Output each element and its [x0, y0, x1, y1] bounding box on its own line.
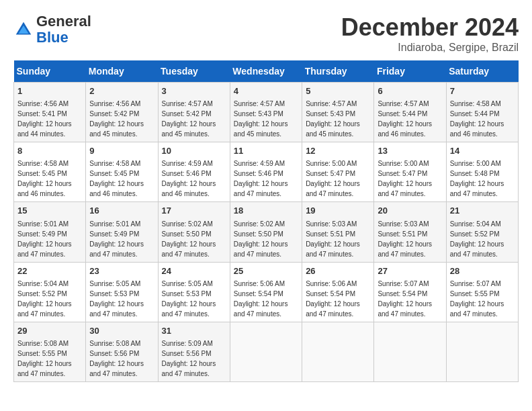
calendar-cell: 26Sunrise: 5:06 AM Sunset: 5:54 PM Dayli…	[302, 262, 374, 322]
header-thursday: Thursday	[302, 60, 374, 83]
calendar-cell: 7Sunrise: 4:58 AM Sunset: 5:44 PM Daylig…	[446, 83, 518, 142]
day-info: Sunrise: 5:04 AM Sunset: 5:52 PM Dayligh…	[450, 219, 515, 259]
day-info: Sunrise: 5:07 AM Sunset: 5:54 PM Dayligh…	[378, 279, 442, 319]
day-info: Sunrise: 5:06 AM Sunset: 5:54 PM Dayligh…	[306, 279, 370, 319]
day-number: 3	[162, 85, 226, 97]
calendar-cell: 20Sunrise: 5:03 AM Sunset: 5:51 PM Dayli…	[374, 202, 446, 262]
day-info: Sunrise: 5:09 AM Sunset: 5:56 PM Dayligh…	[162, 338, 226, 379]
location: Indiaroba, Sergipe, Brazil	[341, 42, 519, 54]
day-number: 1	[17, 85, 82, 97]
day-info: Sunrise: 5:00 AM Sunset: 5:48 PM Dayligh…	[450, 158, 515, 199]
header-sunday: Sunday	[14, 60, 86, 83]
day-info: Sunrise: 4:58 AM Sunset: 5:45 PM Dayligh…	[89, 158, 154, 199]
calendar-cell: 5Sunrise: 4:57 AM Sunset: 5:43 PM Daylig…	[302, 83, 374, 142]
calendar-cell: 8Sunrise: 4:58 AM Sunset: 5:45 PM Daylig…	[14, 142, 86, 202]
logo-icon	[13, 19, 34, 40]
calendar-week-4: 22Sunrise: 5:04 AM Sunset: 5:52 PM Dayli…	[14, 262, 519, 322]
day-info: Sunrise: 5:03 AM Sunset: 5:51 PM Dayligh…	[378, 219, 442, 259]
calendar-cell: 1Sunrise: 4:56 AM Sunset: 5:41 PM Daylig…	[14, 83, 86, 142]
day-info: Sunrise: 4:56 AM Sunset: 5:41 PM Dayligh…	[17, 99, 82, 139]
day-info: Sunrise: 5:02 AM Sunset: 5:50 PM Dayligh…	[234, 219, 298, 259]
day-number: 26	[306, 265, 370, 277]
day-number: 25	[234, 265, 298, 277]
day-number: 13	[378, 145, 442, 157]
calendar-cell: 13Sunrise: 5:00 AM Sunset: 5:47 PM Dayli…	[374, 142, 446, 202]
day-info: Sunrise: 5:08 AM Sunset: 5:55 PM Dayligh…	[17, 338, 82, 379]
calendar-week-1: 1Sunrise: 4:56 AM Sunset: 5:41 PM Daylig…	[14, 83, 519, 142]
calendar-cell: 28Sunrise: 5:07 AM Sunset: 5:55 PM Dayli…	[446, 262, 518, 322]
day-info: Sunrise: 4:57 AM Sunset: 5:44 PM Dayligh…	[378, 99, 442, 139]
day-number: 4	[234, 85, 298, 97]
day-info: Sunrise: 5:05 AM Sunset: 5:53 PM Dayligh…	[162, 279, 226, 319]
day-number: 24	[162, 265, 226, 277]
calendar-cell: 18Sunrise: 5:02 AM Sunset: 5:50 PM Dayli…	[230, 202, 302, 262]
day-info: Sunrise: 4:58 AM Sunset: 5:44 PM Dayligh…	[450, 99, 515, 139]
day-number: 7	[450, 85, 515, 97]
day-number: 16	[89, 205, 154, 217]
calendar-cell: 30Sunrise: 5:08 AM Sunset: 5:56 PM Dayli…	[86, 322, 158, 381]
calendar-week-2: 8Sunrise: 4:58 AM Sunset: 5:45 PM Daylig…	[14, 142, 519, 202]
day-info: Sunrise: 5:01 AM Sunset: 5:49 PM Dayligh…	[17, 219, 82, 259]
header-wednesday: Wednesday	[230, 60, 302, 83]
calendar-table: SundayMondayTuesdayWednesdayThursdayFrid…	[13, 60, 519, 382]
calendar-cell: 24Sunrise: 5:05 AM Sunset: 5:53 PM Dayli…	[158, 262, 230, 322]
day-number: 5	[306, 85, 370, 97]
day-info: Sunrise: 5:00 AM Sunset: 5:47 PM Dayligh…	[306, 158, 370, 199]
day-info: Sunrise: 4:57 AM Sunset: 5:43 PM Dayligh…	[234, 99, 298, 139]
calendar-week-3: 15Sunrise: 5:01 AM Sunset: 5:49 PM Dayli…	[14, 202, 519, 262]
header-saturday: Saturday	[446, 60, 518, 83]
day-number: 15	[17, 205, 82, 217]
day-number: 17	[162, 205, 226, 217]
day-info: Sunrise: 4:59 AM Sunset: 5:46 PM Dayligh…	[162, 158, 226, 199]
page-header: General Blue December 2024 Indiaroba, Se…	[13, 13, 519, 54]
day-number: 29	[17, 325, 82, 337]
calendar-cell: 22Sunrise: 5:04 AM Sunset: 5:52 PM Dayli…	[14, 262, 86, 322]
calendar-cell: 11Sunrise: 4:59 AM Sunset: 5:46 PM Dayli…	[230, 142, 302, 202]
logo-blue: Blue	[36, 29, 69, 46]
calendar-week-5: 29Sunrise: 5:08 AM Sunset: 5:55 PM Dayli…	[14, 322, 519, 381]
logo-general: General	[36, 13, 91, 30]
calendar-cell: 27Sunrise: 5:07 AM Sunset: 5:54 PM Dayli…	[374, 262, 446, 322]
calendar-cell: 23Sunrise: 5:05 AM Sunset: 5:53 PM Dayli…	[86, 262, 158, 322]
calendar-cell: 4Sunrise: 4:57 AM Sunset: 5:43 PM Daylig…	[230, 83, 302, 142]
day-number: 20	[378, 205, 442, 217]
day-number: 2	[89, 85, 154, 97]
calendar-cell: 25Sunrise: 5:06 AM Sunset: 5:54 PM Dayli…	[230, 262, 302, 322]
day-number: 31	[162, 325, 226, 337]
day-info: Sunrise: 4:57 AM Sunset: 5:43 PM Dayligh…	[306, 99, 370, 139]
day-info: Sunrise: 4:57 AM Sunset: 5:42 PM Dayligh…	[162, 99, 226, 139]
day-info: Sunrise: 5:07 AM Sunset: 5:55 PM Dayligh…	[450, 279, 515, 319]
day-info: Sunrise: 5:05 AM Sunset: 5:53 PM Dayligh…	[89, 279, 154, 319]
day-info: Sunrise: 4:56 AM Sunset: 5:42 PM Dayligh…	[89, 99, 154, 139]
day-number: 8	[17, 145, 82, 157]
day-info: Sunrise: 5:00 AM Sunset: 5:47 PM Dayligh…	[378, 158, 442, 199]
day-number: 23	[89, 265, 154, 277]
calendar-cell: 3Sunrise: 4:57 AM Sunset: 5:42 PM Daylig…	[158, 83, 230, 142]
calendar-cell: 12Sunrise: 5:00 AM Sunset: 5:47 PM Dayli…	[302, 142, 374, 202]
day-number: 6	[378, 85, 442, 97]
day-info: Sunrise: 5:03 AM Sunset: 5:51 PM Dayligh…	[306, 219, 370, 259]
day-number: 14	[450, 145, 515, 157]
day-number: 21	[450, 205, 515, 217]
day-number: 11	[234, 145, 298, 157]
day-info: Sunrise: 5:08 AM Sunset: 5:56 PM Dayligh…	[89, 338, 154, 379]
day-info: Sunrise: 5:04 AM Sunset: 5:52 PM Dayligh…	[17, 279, 82, 319]
day-number: 9	[89, 145, 154, 157]
day-number: 19	[306, 205, 370, 217]
calendar-cell: 15Sunrise: 5:01 AM Sunset: 5:49 PM Dayli…	[14, 202, 86, 262]
calendar-cell: 17Sunrise: 5:02 AM Sunset: 5:50 PM Dayli…	[158, 202, 230, 262]
day-number: 27	[378, 265, 442, 277]
calendar-cell	[446, 322, 518, 381]
calendar-cell: 2Sunrise: 4:56 AM Sunset: 5:42 PM Daylig…	[86, 83, 158, 142]
calendar-cell: 6Sunrise: 4:57 AM Sunset: 5:44 PM Daylig…	[374, 83, 446, 142]
day-number: 10	[162, 145, 226, 157]
calendar-header-row: SundayMondayTuesdayWednesdayThursdayFrid…	[14, 60, 519, 83]
logo-text: General Blue	[36, 13, 91, 46]
day-info: Sunrise: 4:59 AM Sunset: 5:46 PM Dayligh…	[234, 158, 298, 199]
calendar-cell: 9Sunrise: 4:58 AM Sunset: 5:45 PM Daylig…	[86, 142, 158, 202]
day-number: 30	[89, 325, 154, 337]
calendar-cell: 21Sunrise: 5:04 AM Sunset: 5:52 PM Dayli…	[446, 202, 518, 262]
logo: General Blue	[13, 13, 91, 46]
header-friday: Friday	[374, 60, 446, 83]
title-area: December 2024 Indiaroba, Sergipe, Brazil	[341, 13, 519, 54]
